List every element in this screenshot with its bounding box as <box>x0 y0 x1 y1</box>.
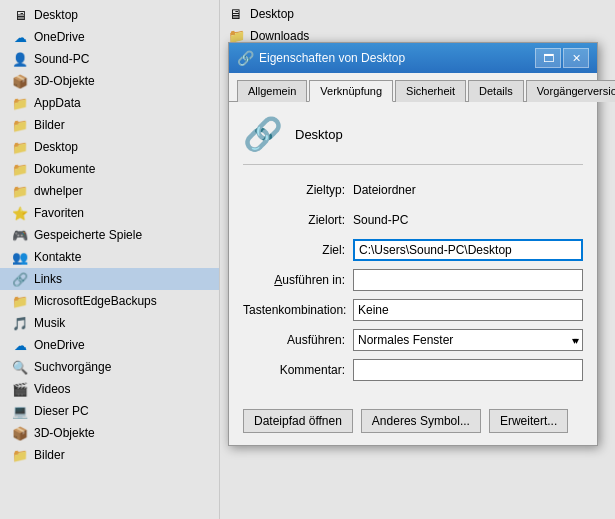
dialog-titlebar[interactable]: 🔗 Eigenschaften von Desktop 🗖 ✕ <box>229 43 597 73</box>
ausfuhren-in-label: Ausführen in: <box>243 273 353 287</box>
ausfuhren-in-input[interactable] <box>353 269 583 291</box>
anderes-symbol-button[interactable]: Anderes Symbol... <box>361 409 481 433</box>
form-row-kommentar: Kommentar: <box>243 359 583 381</box>
tab-bar: Allgemein Verknüpfung Sicherheit Details… <box>229 73 597 102</box>
ausfuhren-select[interactable]: Normales Fenster Minimiert Maximiert <box>353 329 583 351</box>
form-row-ziel: Ziel: <box>243 239 583 261</box>
zielort-label: Zielort: <box>243 213 353 227</box>
dialog-button-row: Dateipfad öffnen Anderes Symbol... Erwei… <box>229 401 597 445</box>
zielort-value: Sound-PC <box>353 213 408 227</box>
tastenkombination-label: Tastenkombination: <box>243 303 353 317</box>
tastenkombination-input[interactable] <box>353 299 583 321</box>
item-header-icon: 🔗 <box>243 114 283 154</box>
dialog-title-icon: 🔗 <box>237 50 253 66</box>
ziel-label: Ziel: <box>243 243 353 257</box>
zieltyp-label: Zieltyp: <box>243 183 353 197</box>
form-row-ausfuhren-in: Ausführen in: <box>243 269 583 291</box>
kommentar-label: Kommentar: <box>243 363 353 377</box>
maximize-button[interactable]: 🗖 <box>535 48 561 68</box>
ausfuhren-label: Ausführen: <box>243 333 353 347</box>
ziel-input[interactable] <box>353 239 583 261</box>
form-row-tastenkombination: Tastenkombination: <box>243 299 583 321</box>
erweitert-button[interactable]: Erweitert... <box>489 409 568 433</box>
tab-vorgangerversionen[interactable]: Vorgängerversionen <box>526 80 615 102</box>
item-header-name: Desktop <box>295 127 343 142</box>
tab-details[interactable]: Details <box>468 80 524 102</box>
form-row-zielort: Zielort: Sound-PC <box>243 209 583 231</box>
dateipfad-offnen-button[interactable]: Dateipfad öffnen <box>243 409 353 433</box>
ausfuhren-select-wrapper: Normales Fenster Minimiert Maximiert ▾ <box>353 329 583 351</box>
tab-verknupfung[interactable]: Verknüpfung <box>309 80 393 102</box>
kommentar-input[interactable] <box>353 359 583 381</box>
zieltyp-value: Dateiordner <box>353 183 416 197</box>
dialog-title-text: Eigenschaften von Desktop <box>259 51 535 65</box>
properties-dialog: 🔗 Eigenschaften von Desktop 🗖 ✕ Allgemei… <box>228 42 598 446</box>
form-row-ausfuhren: Ausführen: Normales Fenster Minimiert Ma… <box>243 329 583 351</box>
form-row-zieltyp: Zieltyp: Dateiordner <box>243 179 583 201</box>
tab-allgemein[interactable]: Allgemein <box>237 80 307 102</box>
dialog-content: 🔗 Desktop Zieltyp: Dateiordner Zielort: … <box>229 102 597 401</box>
tab-sicherheit[interactable]: Sicherheit <box>395 80 466 102</box>
item-header: 🔗 Desktop <box>243 114 583 165</box>
close-button[interactable]: ✕ <box>563 48 589 68</box>
dialog-controls: 🗖 ✕ <box>535 48 589 68</box>
